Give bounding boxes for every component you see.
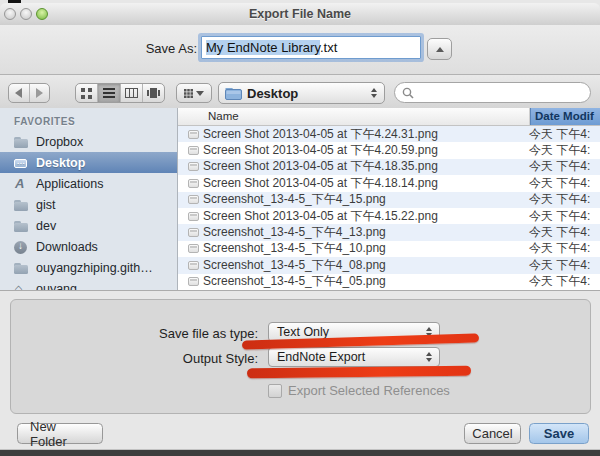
folder-icon [13,260,30,276]
file-name: Screenshot_13-4-5_下午4_10.png [203,240,525,257]
file-date-modified: 今天 下午4: [525,158,600,175]
filename-extension-text: .txt [320,40,337,55]
file-row[interactable]: Screenshot_13-4-5_下午4_05.png 今天 下午4: [178,274,600,290]
sidebar: FAVORITES Dropbox Desktop Applications [0,108,178,290]
home-icon [13,281,30,291]
sidebar-item[interactable]: gist [0,194,177,215]
file-list: Name Date Modif Screen Shot 2013-04-05 a… [178,108,600,290]
desktop-icon [13,155,30,171]
save-as-label: Save As: [146,41,197,56]
column-view-button[interactable] [121,84,143,102]
sidebar-item[interactable]: dev [0,215,177,236]
file-row[interactable]: Screen Shot 2013-04-05 at 下午4.18.14.png … [178,175,600,191]
background-window-edge [0,449,600,456]
popup-updown-icon [426,352,432,362]
output-style-label: Output Style: [128,351,258,366]
file-name: Screenshot_13-4-5_下午4_15.png [203,191,525,208]
sidebar-favorites-header: FAVORITES [0,114,177,131]
file-row[interactable]: Screenshot_13-4-5_下午4_10.png 今天 下午4: [178,241,600,257]
new-folder-button[interactable]: New Folder [17,423,103,444]
sidebar-items: Dropbox Desktop Applications gist [0,131,177,290]
expand-dialog-button[interactable] [427,38,452,60]
sidebar-item[interactable]: Applications [0,173,177,194]
search-field[interactable] [394,82,591,103]
arrange-grid-icon [184,89,193,98]
arrange-menu-button[interactable] [177,84,211,102]
file-row[interactable]: Screen Shot 2013-04-05 at 下午4.24.31.png … [178,126,600,142]
sidebar-item-label: ouyangzhiping.gith… [36,261,153,275]
output-style-value: EndNote Export [277,350,365,364]
file-thumbnail-icon [188,261,199,270]
sidebar-item[interactable]: Desktop [0,152,177,173]
file-date-modified: 今天 下午4: [525,142,600,159]
sidebar-item[interactable]: Dropbox [0,131,177,152]
file-name: Screenshot_13-4-5_下午4_08.png [203,257,525,274]
folder-icon [13,218,30,234]
sidebar-item-label: gist [36,198,55,212]
file-thumbnail-icon [188,130,199,139]
file-thumbnail-icon [188,244,199,253]
back-button[interactable] [9,84,30,102]
icon-view-icon [81,88,92,99]
sidebar-item-label: dev [36,219,56,233]
disclosure-up-icon [436,47,444,52]
file-date-modified: 今天 下午4: [525,175,600,192]
file-thumbnail-icon [188,146,199,155]
list-view-icon [103,88,115,98]
location-popup[interactable]: Desktop [218,82,385,104]
file-date-modified: 今天 下午4: [525,126,600,143]
export-selected-label: Export Selected References [288,383,450,398]
file-browser: FAVORITES Dropbox Desktop Applications [0,108,600,291]
location-label: Desktop [247,86,298,101]
export-selected-checkbox[interactable] [268,384,282,398]
filename-input[interactable]: My EndNote Library.txt [201,36,421,59]
coverflow-view-button[interactable] [143,84,164,102]
file-row[interactable]: Screen Shot 2013-04-05 at 下午4.15.22.png … [178,208,600,224]
toolbar: Desktop [0,75,600,109]
name-column-header[interactable]: Name [178,108,530,125]
file-thumbnail-icon [188,277,199,286]
sidebar-item[interactable]: Downloads [0,236,177,257]
file-rows: Screen Shot 2013-04-05 at 下午4.24.31.png … [178,126,600,290]
folder-icon [13,134,30,150]
applications-icon [13,176,30,192]
list-header: Name Date Modif [178,108,600,126]
back-icon [15,88,22,98]
forward-button[interactable] [30,84,50,102]
file-row[interactable]: Screenshot_13-4-5_下午4_13.png 今天 下午4: [178,224,600,240]
file-thumbnail-icon [188,212,199,221]
view-mode-control [75,83,165,103]
file-date-modified: 今天 下午4: [525,273,600,290]
file-row[interactable]: Screen Shot 2013-04-05 at 下午4.20.59.png … [178,142,600,158]
column-view-icon [125,88,138,98]
cancel-button[interactable]: Cancel [464,423,521,444]
sidebar-item-label: Desktop [36,156,85,170]
file-name: Screen Shot 2013-04-05 at 下午4.18.35.png [203,158,525,175]
file-row[interactable]: Screen Shot 2013-04-05 at 下午4.18.35.png … [178,159,600,175]
file-thumbnail-icon [188,162,199,171]
filename-selected-text: My EndNote Library [206,40,320,55]
sidebar-item-label: Dropbox [36,135,83,149]
sidebar-item-label: Downloads [36,240,98,254]
output-style-popup[interactable]: EndNote Export [268,347,440,367]
save-button[interactable]: Save [529,423,589,444]
date-modified-column-header[interactable]: Date Modif [530,108,600,125]
icon-view-button[interactable] [76,84,98,102]
list-view-button[interactable] [98,84,120,102]
file-name: Screen Shot 2013-04-05 at 下午4.18.14.png [203,175,525,192]
file-row[interactable]: Screenshot_13-4-5_下午4_15.png 今天 下午4: [178,192,600,208]
forward-icon [36,88,43,98]
sidebar-item[interactable]: ouyangzhiping.gith… [0,257,177,278]
bottom-section: Save file as type: Text Only Output Styl… [0,291,600,449]
export-selected-row: Export Selected References [268,383,450,398]
file-date-modified: 今天 下午4: [525,208,600,225]
history-nav-control [8,83,50,103]
dropdown-arrow-icon [196,91,204,96]
file-type-value: Text Only [277,325,329,339]
sidebar-item[interactable]: ouyang [0,278,177,290]
window-title: Export File Name [0,7,600,21]
file-name: Screen Shot 2013-04-05 at 下午4.15.22.png [203,208,525,225]
file-thumbnail-icon [188,228,199,237]
file-row[interactable]: Screenshot_13-4-5_下午4_08.png 今天 下午4: [178,257,600,273]
search-icon [402,87,414,99]
